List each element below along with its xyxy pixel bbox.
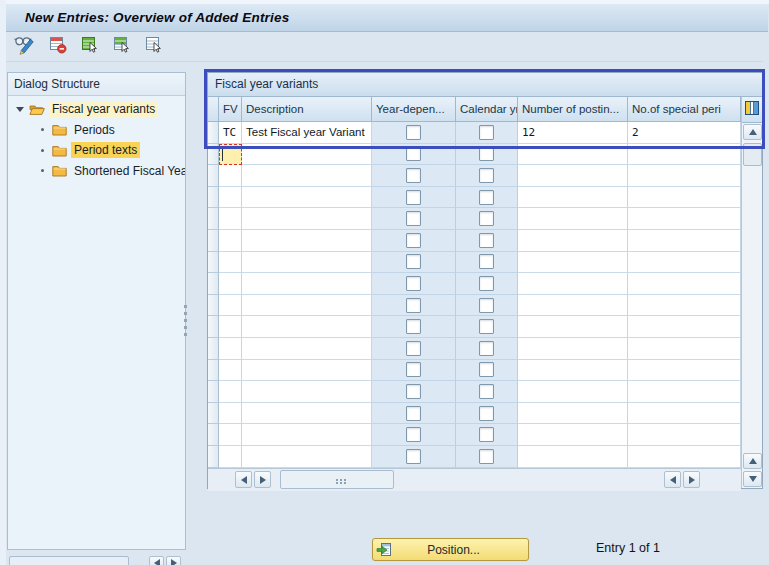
table-vertical-scrollbar[interactable] (741, 97, 762, 488)
tree-item-fiscal-year-variants[interactable]: Fiscal year variants (8, 99, 185, 120)
cell-calendar_year[interactable] (456, 273, 518, 295)
cell-fv[interactable] (219, 403, 242, 425)
cell-fv[interactable] (219, 338, 242, 360)
display-change-button[interactable] (13, 35, 38, 60)
year_dependent-checkbox[interactable] (406, 211, 421, 226)
cell-posting_periods[interactable] (518, 316, 628, 338)
cell-year_dependent[interactable] (372, 165, 456, 187)
year_dependent-checkbox[interactable] (406, 233, 421, 248)
cell-special_periods[interactable] (628, 316, 741, 338)
vscroll-page-up-button[interactable] (743, 453, 762, 469)
cell-year_dependent[interactable] (372, 424, 456, 446)
cell-description[interactable] (242, 208, 372, 230)
cell-calendar_year[interactable] (456, 338, 518, 360)
cell-fv[interactable] (219, 295, 242, 317)
cell-posting_periods[interactable] (518, 295, 628, 317)
calendar_year-checkbox[interactable] (479, 211, 494, 226)
cell-year_dependent[interactable] (372, 122, 456, 144)
cell-fv[interactable] (219, 446, 242, 468)
cell-calendar_year[interactable] (456, 316, 518, 338)
cell-year_dependent[interactable] (372, 338, 456, 360)
cell-posting_periods[interactable] (518, 424, 628, 446)
cell-year_dependent[interactable] (372, 144, 456, 166)
cell-year_dependent[interactable] (372, 403, 456, 425)
row-selector[interactable] (208, 316, 219, 338)
cell-posting_periods[interactable] (518, 403, 628, 425)
cell-fv[interactable] (219, 273, 242, 295)
row-selector[interactable] (208, 144, 219, 166)
position-button[interactable]: Position... (372, 538, 529, 561)
cell-year_dependent[interactable] (372, 446, 456, 468)
column-header-year-depen[interactable]: Year-depen... (372, 97, 456, 122)
row-selector[interactable] (208, 360, 219, 382)
year_dependent-checkbox[interactable] (406, 449, 421, 464)
row-selector[interactable] (208, 338, 219, 360)
cell-description[interactable] (242, 338, 372, 360)
select-all-button[interactable] (77, 35, 102, 60)
cell-special_periods[interactable] (628, 187, 741, 209)
cell-special_periods[interactable] (628, 381, 741, 403)
cell-special_periods[interactable]: 2 (628, 122, 741, 144)
cell-calendar_year[interactable] (456, 360, 518, 382)
cell-special_periods[interactable] (628, 252, 741, 274)
cell-special_periods[interactable] (628, 424, 741, 446)
cell-description[interactable] (242, 424, 372, 446)
calendar_year-checkbox[interactable] (479, 319, 494, 334)
row-selector[interactable] (208, 230, 219, 252)
cell-special_periods[interactable] (628, 295, 741, 317)
row-selector[interactable] (208, 295, 219, 317)
cell-posting_periods[interactable] (518, 273, 628, 295)
cell-calendar_year[interactable] (456, 208, 518, 230)
cell-special_periods[interactable] (628, 403, 741, 425)
select-all-rows-header[interactable] (208, 97, 219, 122)
tree-horizontal-scrollbar[interactable] (9, 556, 181, 565)
calendar_year-checkbox[interactable] (479, 233, 494, 248)
calendar_year-checkbox[interactable] (479, 276, 494, 291)
cell-year_dependent[interactable] (372, 273, 456, 295)
cell-posting_periods[interactable] (518, 381, 628, 403)
cell-posting_periods[interactable] (518, 230, 628, 252)
cell-special_periods[interactable] (628, 273, 741, 295)
cell-description[interactable] (242, 252, 372, 274)
delete-entry-button[interactable] (45, 35, 70, 60)
table-horizontal-scrollbar[interactable] (208, 468, 741, 491)
cell-year_dependent[interactable] (372, 252, 456, 274)
panel-splitter[interactable] (184, 305, 189, 336)
year_dependent-checkbox[interactable] (406, 254, 421, 269)
cell-special_periods[interactable] (628, 230, 741, 252)
year_dependent-checkbox[interactable] (406, 319, 421, 334)
hscroll-right-button[interactable] (254, 471, 271, 488)
cell-posting_periods[interactable] (518, 187, 628, 209)
row-selector[interactable] (208, 122, 219, 144)
cell-description[interactable] (242, 295, 372, 317)
cell-fv[interactable] (219, 360, 242, 382)
row-selector[interactable] (208, 165, 219, 187)
cell-description[interactable] (242, 144, 372, 166)
vscroll-up-button[interactable] (743, 124, 762, 140)
year_dependent-checkbox[interactable] (406, 168, 421, 183)
row-selector[interactable] (208, 424, 219, 446)
cell-calendar_year[interactable] (456, 252, 518, 274)
cell-posting_periods[interactable]: 12 (518, 122, 628, 144)
column-header-no-of-special-peri[interactable]: No.of special peri (628, 97, 741, 122)
year_dependent-checkbox[interactable] (406, 406, 421, 421)
tree-scroll-left-button[interactable] (149, 556, 164, 565)
vscroll-down-button[interactable] (743, 471, 762, 487)
calendar_year-checkbox[interactable] (479, 341, 494, 356)
cell-special_periods[interactable] (628, 144, 741, 166)
hscroll-left-button[interactable] (235, 471, 252, 488)
cell-special_periods[interactable] (628, 446, 741, 468)
cell-posting_periods[interactable] (518, 208, 628, 230)
tree-item-periods[interactable]: Periods (8, 120, 185, 141)
hscroll-thumb[interactable] (280, 470, 394, 489)
year_dependent-checkbox[interactable] (406, 362, 421, 377)
select-block-button[interactable] (109, 35, 134, 60)
cell-calendar_year[interactable] (456, 381, 518, 403)
expand-caret-icon[interactable] (16, 107, 24, 112)
calendar_year-checkbox[interactable] (479, 298, 494, 313)
cell-fv[interactable]: TC (219, 122, 242, 144)
year_dependent-checkbox[interactable] (406, 276, 421, 291)
cell-fv[interactable] (219, 316, 242, 338)
cell-special_periods[interactable] (628, 338, 741, 360)
column-header-calendar-yr[interactable]: Calendar yr (456, 97, 518, 122)
